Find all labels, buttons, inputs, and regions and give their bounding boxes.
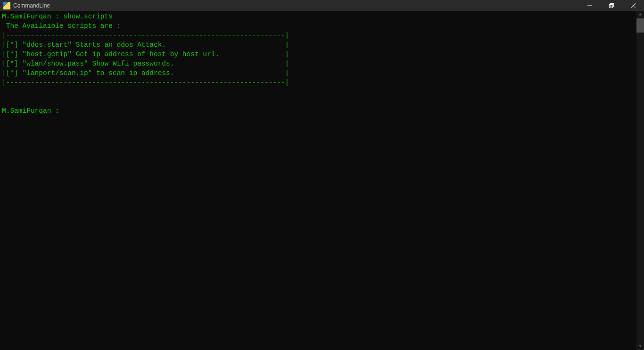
minimize-button[interactable]	[579, 0, 601, 11]
svg-rect-1	[610, 4, 613, 8]
terminal-line: |[*] "wlan/show.pass" Show Wifi password…	[2, 60, 289, 67]
window-titlebar[interactable]: CommandLine	[0, 0, 644, 11]
terminal-prompt: M.SamiFurqan :	[2, 107, 64, 115]
vertical-scrollbar[interactable]: ▲ ▼	[636, 11, 644, 350]
close-button[interactable]	[622, 0, 644, 11]
terminal-line: The Availaible scripts are :	[2, 22, 121, 30]
terminal-output: M.SamiFurqan : show.scripts The Availaib…	[0, 11, 644, 117]
scroll-down-arrow-icon[interactable]: ▼	[636, 342, 644, 350]
window-controls	[579, 0, 644, 11]
terminal-line: M.SamiFurqan : show.scripts	[2, 13, 113, 20]
terminal-area[interactable]: M.SamiFurqan : show.scripts The Availaib…	[0, 11, 644, 350]
scroll-up-arrow-icon[interactable]: ▲	[636, 11, 644, 18]
svg-line-3	[631, 3, 636, 8]
terminal-line: |[*] "ddos.start" Starts an ddos Attack.…	[2, 41, 289, 49]
app-icon	[3, 2, 10, 9]
svg-line-4	[631, 3, 636, 8]
svg-rect-2	[611, 3, 614, 7]
terminal-line: |[*] "host.getip" Get ip address of host…	[2, 50, 289, 58]
terminal-line: |---------------------------------------…	[2, 79, 289, 86]
terminal-line: |---------------------------------------…	[2, 32, 289, 39]
scroll-thumb[interactable]	[636, 18, 644, 33]
maximize-button[interactable]	[601, 0, 622, 11]
window-title: CommandLine	[13, 2, 50, 9]
terminal-line: |[*] "lanport/scan.ip" to scan ip addres…	[2, 69, 289, 77]
